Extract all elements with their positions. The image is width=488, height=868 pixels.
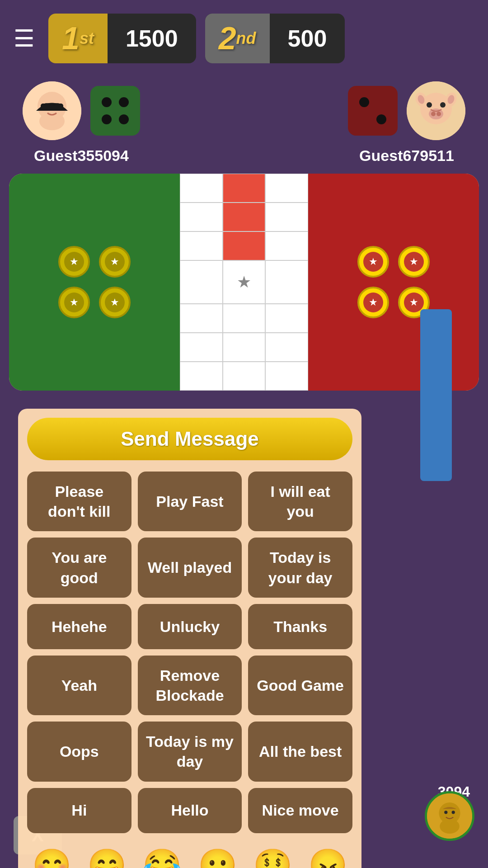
header: ☰ 1st 1500 2nd 500 [0,0,488,72]
msg-btn-13[interactable]: Today is my day [138,722,242,781]
player1-dice [90,86,140,136]
msg-btn-12[interactable]: Oops [27,722,131,781]
score-value-1: 1500 [108,25,196,52]
msg-btn-1[interactable]: Play Fast [138,472,242,531]
green-pieces: ★ ★ ★ ★ [45,232,144,332]
players-section: Guest355094 [0,72,488,174]
msg-btn-7[interactable]: Unlucky [138,604,242,649]
msg-btn-5[interactable]: Today is your day [248,538,352,597]
red-piece-2: ★ [398,246,430,278]
svg-rect-8 [54,104,63,109]
menu-button[interactable]: ☰ [14,27,35,50]
score-value-2: 500 [270,25,345,52]
red-quadrant: ★ ★ ★ ★ [308,174,479,391]
player1-name: Guest355094 [34,147,129,165]
emoji-btn-2[interactable]: 😂 [138,840,187,868]
emoji-btn-5[interactable]: 😠 [304,840,352,868]
msg-btn-16[interactable]: Hello [138,788,242,833]
msg-btn-11[interactable]: Good Game [248,656,352,715]
score-badge-1: 1st 1500 [48,14,196,63]
emoji-row: 😊 😁 😂 😐 🤑 😠 [27,840,352,868]
game-board: ★ ★ ★ ★ [9,174,479,391]
svg-point-24 [444,811,447,814]
red-piece-1: ★ [357,246,389,278]
game-board-area: ★ ★ ★ ★ [9,174,479,391]
svg-point-23 [440,819,460,834]
svg-point-13 [440,102,446,108]
green-piece-2: ★ [99,246,131,278]
svg-point-16 [436,112,441,116]
emoji-btn-4[interactable]: 🤑 [248,840,297,868]
green-piece-3: ★ [58,287,90,318]
green-piece-4: ★ [99,287,131,318]
msg-btn-8[interactable]: Thanks [248,604,352,649]
player2: Guest679511 [348,81,465,165]
player2-avatar [407,81,465,140]
scores-container: 1st 1500 2nd 500 [48,14,474,63]
msg-btn-0[interactable]: Please don't kill [27,472,131,531]
svg-rect-7 [41,104,50,109]
msg-btn-6[interactable]: Hehehe [27,604,131,649]
message-panel: Send Message Please don't kill Play Fast… [18,409,361,868]
green-quadrant: ★ ★ ★ ★ [9,174,180,391]
player1: Guest355094 [23,81,140,165]
emoji-btn-3[interactable]: 😐 [193,840,242,868]
player2-dice [348,86,398,136]
player2-name: Guest679511 [359,147,454,165]
msg-btn-9[interactable]: Yeah [27,656,131,715]
msg-btn-14[interactable]: All the best [248,722,352,781]
msg-btn-17[interactable]: Nice move [248,788,352,833]
blue-side-column [420,309,452,481]
player1-avatar [23,81,81,140]
green-piece-1: ★ [58,246,90,278]
emoji-btn-0[interactable]: 😊 [27,840,76,868]
bottom-avatar [425,791,474,841]
rank-1: 1st [48,14,108,63]
svg-point-25 [452,811,455,814]
send-message-button[interactable]: Send Message [27,418,352,460]
svg-point-15 [431,112,436,116]
svg-point-12 [427,102,432,108]
message-grid: Please don't kill Play Fast I will eat y… [27,472,352,833]
score-badge-2: 2nd 500 [205,14,345,63]
msg-btn-3[interactable]: You are good [27,538,131,597]
rank-2: 2nd [205,14,270,63]
msg-btn-15[interactable]: Hi [27,788,131,833]
emoji-btn-1[interactable]: 😁 [82,840,131,868]
msg-btn-10[interactable]: Remove Blockade [138,656,242,715]
msg-btn-2[interactable]: I will eat you [248,472,352,531]
center-board: ★ [180,174,308,391]
red-piece-3: ★ [357,287,389,318]
msg-btn-4[interactable]: Well played [138,538,242,597]
